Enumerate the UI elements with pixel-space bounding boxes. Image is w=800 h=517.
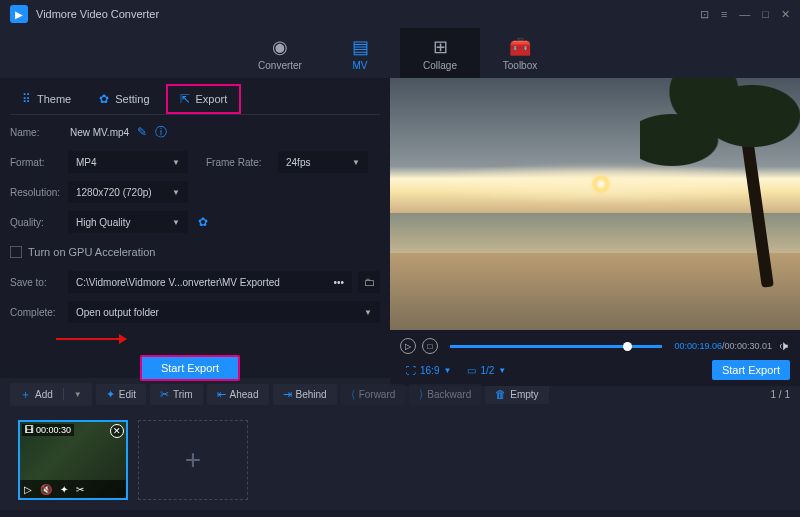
page-counter: 1 / 1: [771, 389, 790, 400]
settings-panel: ⠿Theme ✿Setting ⇱Export Name: New MV.mp4…: [0, 78, 390, 378]
aspect-icon: ⛶: [406, 365, 416, 376]
close-icon[interactable]: ✕: [781, 8, 790, 21]
wand-icon: ✦: [106, 388, 115, 401]
aspect-select[interactable]: ⛶16:9▼: [400, 365, 457, 376]
start-export-button[interactable]: Start Export: [140, 355, 240, 381]
remove-clip-icon[interactable]: ✕: [110, 424, 124, 438]
chevron-down-icon: ▼: [172, 158, 180, 167]
plus-icon: ＋: [20, 387, 31, 402]
clip-trim-icon[interactable]: ✂: [76, 484, 84, 495]
time-display: 00:00:19.06/00:00:30.01: [674, 341, 772, 351]
mv-icon: ▤: [352, 36, 369, 58]
clip-duration: 🎞00:00:30: [22, 424, 74, 436]
app-title: Vidmore Video Converter: [36, 8, 700, 20]
annotation-arrow: [56, 338, 126, 340]
trash-icon: 🗑: [495, 388, 506, 400]
toolbox-icon: 🧰: [509, 36, 531, 58]
feedback-icon[interactable]: ⊡: [700, 8, 709, 21]
tab-mv[interactable]: ▤ MV: [320, 28, 400, 78]
clip-edit-icon[interactable]: ✦: [60, 484, 68, 495]
tab-converter[interactable]: ◉ Converter: [240, 28, 320, 78]
empty-button[interactable]: 🗑Empty: [485, 384, 548, 404]
edit-name-icon[interactable]: ✎: [137, 125, 147, 139]
name-value[interactable]: New MV.mp4: [70, 127, 129, 138]
main-tabs: ◉ Converter ▤ MV ⊞ Collage 🧰 Toolbox: [0, 28, 800, 78]
chevron-down-icon: ▼: [443, 366, 451, 375]
start-export-button-right[interactable]: Start Export: [712, 360, 790, 380]
video-preview[interactable]: [390, 78, 800, 330]
converter-icon: ◉: [272, 36, 288, 58]
edit-button[interactable]: ✦Edit: [96, 384, 146, 405]
ahead-icon: ⇤: [217, 388, 226, 401]
collage-icon: ⊞: [433, 36, 448, 58]
export-icon: ⇱: [180, 92, 190, 106]
forward-icon: ⟨: [351, 388, 355, 401]
chevron-down-icon: ▼: [172, 188, 180, 197]
chevron-down-icon: ▼: [364, 308, 372, 317]
film-icon: 🎞: [25, 425, 34, 435]
quality-select[interactable]: High Quality▼: [68, 211, 188, 233]
timeline: 🎞00:00:30 ✕ ▷ 🔇 ✦ ✂ +: [0, 410, 800, 510]
scale-icon: ▭: [467, 365, 476, 376]
clip-mute-icon[interactable]: 🔇: [40, 484, 52, 495]
chevron-down-icon: ▼: [498, 366, 506, 375]
format-label: Format:: [10, 157, 68, 168]
chevron-down-icon: ▼: [352, 158, 360, 167]
scissors-icon: ✂: [160, 388, 169, 401]
theme-icon: ⠿: [22, 92, 31, 106]
chevron-down-icon: ▼: [172, 218, 180, 227]
info-icon[interactable]: ⓘ: [155, 124, 167, 141]
ahead-button[interactable]: ⇤Ahead: [207, 384, 269, 405]
subtab-export[interactable]: ⇱Export: [166, 84, 242, 114]
name-label: Name:: [10, 127, 68, 138]
chevron-down-icon: ▼: [74, 390, 82, 399]
behind-icon: ⇥: [283, 388, 292, 401]
clip-play-icon[interactable]: ▷: [24, 484, 32, 495]
maximize-icon[interactable]: □: [762, 8, 769, 21]
tab-collage[interactable]: ⊞ Collage: [400, 28, 480, 78]
tab-toolbox[interactable]: 🧰 Toolbox: [480, 28, 560, 78]
stop-button[interactable]: □: [422, 338, 438, 354]
saveto-label: Save to:: [10, 277, 68, 288]
complete-label: Complete:: [10, 307, 68, 318]
add-clip-button[interactable]: +: [138, 420, 248, 500]
titlebar: ▶ Vidmore Video Converter ⊡ ≡ — □ ✕: [0, 0, 800, 28]
preview-panel: ▷ □ 00:00:19.06/00:00:30.01 🕩 ⛶16:9▼ ▭1/…: [390, 78, 800, 378]
play-button[interactable]: ▷: [400, 338, 416, 354]
resolution-select[interactable]: 1280x720 (720p)▼: [68, 181, 188, 203]
clip-thumbnail[interactable]: 🎞00:00:30 ✕ ▷ 🔇 ✦ ✂: [18, 420, 128, 500]
behind-button[interactable]: ⇥Behind: [273, 384, 337, 405]
volume-icon[interactable]: 🕩: [778, 339, 790, 353]
framerate-select[interactable]: 24fps▼: [278, 151, 368, 173]
scale-select[interactable]: ▭1/2▼: [461, 365, 512, 376]
framerate-label: Frame Rate:: [206, 157, 278, 168]
trim-button[interactable]: ✂Trim: [150, 384, 203, 405]
format-select[interactable]: MP4▼: [68, 151, 188, 173]
complete-select[interactable]: Open output folder▼: [68, 301, 380, 323]
forward-button[interactable]: ⟨Forward: [341, 384, 406, 405]
subtab-setting[interactable]: ✿Setting: [87, 84, 161, 114]
progress-bar[interactable]: [450, 345, 662, 348]
quality-gear-icon[interactable]: ✿: [198, 215, 208, 229]
saveto-path[interactable]: C:\Vidmore\Vidmore V...onverter\MV Expor…: [68, 271, 352, 293]
minimize-icon[interactable]: —: [739, 8, 750, 21]
resolution-label: Resolution:: [10, 187, 68, 198]
backward-button[interactable]: ⟩Backward: [409, 384, 481, 405]
gpu-label: Turn on GPU Acceleration: [28, 246, 155, 258]
subtab-theme[interactable]: ⠿Theme: [10, 84, 83, 114]
backward-icon: ⟩: [419, 388, 423, 401]
gear-icon: ✿: [99, 92, 109, 106]
open-folder-icon[interactable]: 🗀: [358, 271, 380, 293]
app-logo-icon: ▶: [10, 5, 28, 23]
quality-label: Quality:: [10, 217, 68, 228]
gpu-checkbox[interactable]: [10, 246, 22, 258]
add-button[interactable]: ＋Add▼: [10, 383, 92, 406]
menu-icon[interactable]: ≡: [721, 8, 727, 21]
